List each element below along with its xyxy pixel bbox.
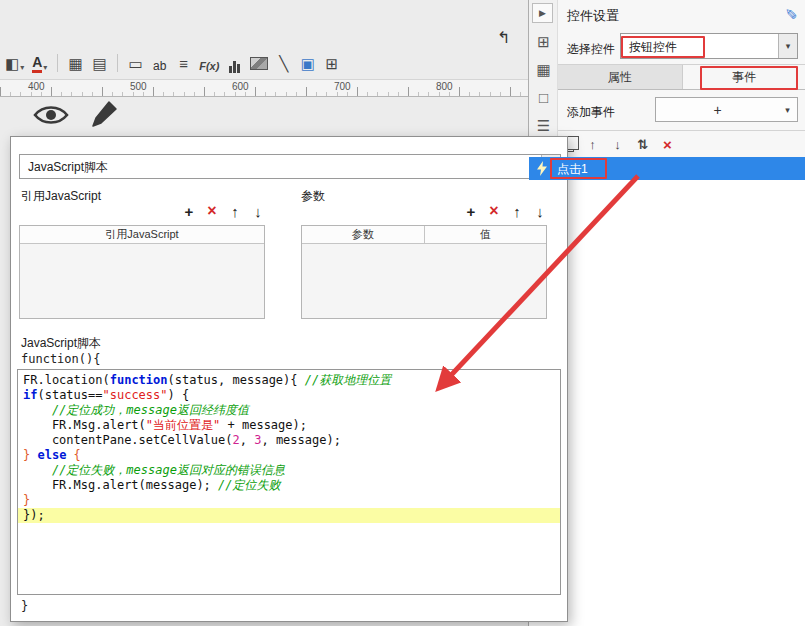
code-line[interactable]: contentPane.setCellValue(2, 3, message); <box>18 433 560 448</box>
move-down-icon[interactable]: ↓ <box>611 137 624 152</box>
pencil-icon[interactable] <box>90 100 118 133</box>
panel-title: 控件设置 <box>567 7 619 25</box>
event-item-label: 点击1 <box>557 161 588 178</box>
chart-icon[interactable] <box>226 53 243 73</box>
line-icon[interactable]: ╲ <box>275 53 292 73</box>
code-editor[interactable]: FR.location(function(status, message){ /… <box>17 369 561 595</box>
move-up-icon[interactable]: ↑ <box>586 137 599 152</box>
panel-icon[interactable]: ▣ <box>299 53 316 73</box>
code-line[interactable]: } else { <box>18 448 560 463</box>
ruler: 400500600700800 <box>0 79 528 97</box>
param-move-up-button[interactable]: ↑ <box>510 204 524 219</box>
delete-icon[interactable]: × <box>661 136 674 153</box>
event-type-value: JavaScript脚本 <box>28 159 108 176</box>
merge-cell-icon[interactable]: ▦ <box>67 53 84 73</box>
sort-icon[interactable]: ⇅ <box>636 137 649 152</box>
text-field-icon[interactable]: ▭ <box>127 53 144 73</box>
code-line[interactable]: if(status=="success") { <box>18 388 560 403</box>
chevron-down-icon[interactable]: ▾ <box>778 34 797 58</box>
widget-settings-tab-icon[interactable]: ⊞ <box>534 32 553 51</box>
function-open-text: function(){ <box>21 352 100 366</box>
ruler-mark: 400 <box>28 81 45 92</box>
event-row-click1[interactable]: 点击1 <box>529 157 805 180</box>
ref-buttons: +×↑↓ <box>19 200 265 222</box>
canvas-tools <box>32 100 118 133</box>
panel-strip: ▶ ⊞▦□☰ <box>529 0 558 157</box>
ruler-mark: 700 <box>334 81 351 92</box>
add-event-button[interactable]: + ▾ <box>655 97 798 122</box>
select-widget-value: 按钮控件 <box>629 39 677 56</box>
unmerge-cell-icon[interactable]: ▤ <box>91 53 108 73</box>
code-line[interactable]: FR.Msg.alert(message); //定位失败 <box>18 478 560 493</box>
widget-icon[interactable]: ⊞ <box>323 53 340 73</box>
function-close-text: } <box>21 599 28 613</box>
ruler-mark: 800 <box>436 81 453 92</box>
js-event-dialog: JavaScript脚本 ▾ 引用JavaScript 参数 +×↑↓ +×↑↓… <box>10 136 568 622</box>
param-table-header: 参数 值 <box>302 226 546 244</box>
collapse-panel-button[interactable]: ▶ <box>532 3 553 23</box>
chevron-down-icon: ▾ <box>778 98 797 121</box>
float-element-tab-icon[interactable]: ☰ <box>534 116 553 135</box>
param-value-column-header: 值 <box>424 226 547 243</box>
formula-icon[interactable]: F(x) <box>199 53 219 73</box>
tab-events[interactable]: 事件 <box>683 65 805 89</box>
ref-move-up-button[interactable]: ↑ <box>228 204 242 219</box>
param-add-button[interactable]: + <box>464 204 478 219</box>
toolbar-separator <box>57 54 58 72</box>
ref-js-table[interactable]: 引用JavaScript <box>19 225 265 319</box>
code-line[interactable]: FR.Msg.alert("当前位置是" + message); <box>18 418 560 433</box>
select-widget-label: 选择控件 <box>567 41 615 58</box>
event-type-combobox[interactable]: JavaScript脚本 ▾ <box>19 154 561 179</box>
script-section-label: JavaScript脚本 <box>21 335 101 352</box>
panel-tabs: 属性 事件 <box>558 64 805 90</box>
separator <box>558 130 805 131</box>
code-line[interactable]: //定位成功，message返回经纬度值 <box>18 403 560 418</box>
code-line[interactable]: }); <box>18 508 560 523</box>
code-line[interactable]: FR.location(function(status, message){ /… <box>18 373 560 388</box>
ref-delete-button[interactable]: × <box>205 203 219 219</box>
param-move-down-button[interactable]: ↓ <box>533 204 547 219</box>
tab-properties[interactable]: 属性 <box>558 65 683 89</box>
text-ab-icon[interactable]: ab <box>151 53 168 73</box>
format-toolbar: ◧▾A▾▦▤▭ab≡F(x)╲▣⊞ <box>0 48 528 78</box>
panel-content: 控件设置 ✎ 选择控件 按钮控件 ▾ 属性 事件 添加事件 + ▾ ↑↓⇅× <box>558 0 805 157</box>
param-buttons: +×↑↓ <box>301 200 547 222</box>
param-delete-button[interactable]: × <box>487 203 501 219</box>
ruler-mark: 600 <box>232 81 249 92</box>
fill-color-icon[interactable]: ◧▾ <box>5 53 24 73</box>
code-line[interactable]: //定位失败，message返回对应的错误信息 <box>18 463 560 478</box>
ruler-mark: 500 <box>130 81 147 92</box>
lightning-icon <box>536 161 548 179</box>
ref-move-down-button[interactable]: ↓ <box>251 204 265 219</box>
ref-js-column-header: 引用JavaScript <box>20 226 264 243</box>
toolbar-separator <box>117 54 118 72</box>
ref-add-button[interactable]: + <box>182 204 196 219</box>
add-event-label: 添加事件 <box>567 104 615 121</box>
cell-element-tab-icon[interactable]: □ <box>534 88 553 107</box>
event-toolbar: ↑↓⇅× <box>564 134 674 154</box>
edit-pencil-icon[interactable]: ✎ <box>785 4 798 22</box>
eye-icon[interactable] <box>32 101 70 132</box>
designer-window: ◧▾A▾▦▤▭ab≡F(x)╲▣⊞ ↰ 400500600700800 ▶ ⊞▦… <box>0 0 805 626</box>
param-table[interactable]: 参数 值 <box>301 225 547 319</box>
return-arrow-icon[interactable]: ↰ <box>497 28 510 47</box>
event-list[interactable] <box>529 157 805 626</box>
image-icon[interactable] <box>250 57 268 70</box>
select-widget-combobox[interactable]: 按钮控件 ▾ <box>620 33 798 59</box>
ref-js-table-header: 引用JavaScript <box>20 226 264 244</box>
font-color-icon[interactable]: A▾ <box>31 53 48 73</box>
code-line[interactable]: } <box>18 493 560 508</box>
plus-icon: + <box>656 98 779 121</box>
align-icon[interactable]: ≡ <box>175 53 192 73</box>
cell-attribute-tab-icon[interactable]: ▦ <box>534 60 553 79</box>
param-name-column-header: 参数 <box>302 226 424 243</box>
